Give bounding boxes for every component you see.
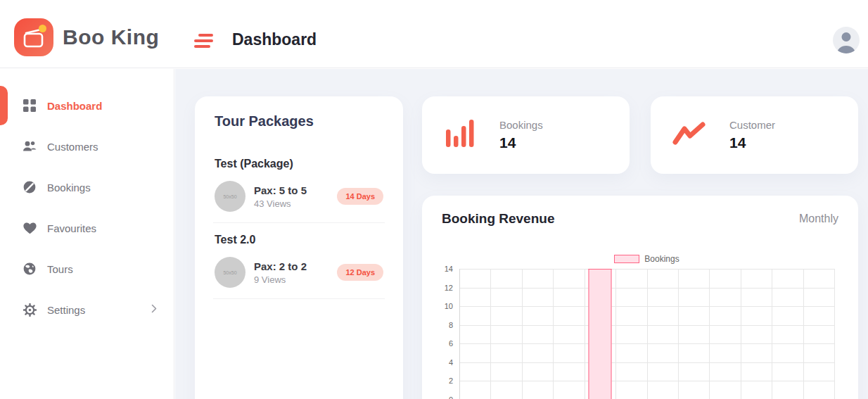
gridline-v — [741, 269, 741, 399]
gridline-v — [678, 269, 679, 399]
chart-period-label: Monthly — [799, 213, 838, 225]
sidebar-item-label: Bookings — [47, 182, 91, 194]
chart-header: Booking Revenue Monthly — [442, 211, 838, 227]
active-indicator — [0, 86, 8, 125]
package-info: Pax: 5 to 5 43 Views — [254, 184, 307, 209]
people-icon — [23, 139, 37, 153]
y-axis-tick-label: 12 — [445, 284, 453, 292]
gridline-v — [709, 269, 710, 399]
tour-package: Test (Package) 50x50 Pax: 5 to 5 43 View… — [215, 158, 383, 223]
menu-toggle-icon[interactable] — [194, 34, 213, 48]
gridline-v — [834, 269, 835, 399]
stat-value: 14 — [499, 134, 543, 151]
logo-accent-dot — [39, 25, 46, 32]
top-header: Boo King Dashboard — [0, 0, 868, 68]
package-name: Test 2.0 — [215, 234, 383, 246]
sidebar-item-settings[interactable]: Settings — [0, 294, 174, 325]
app-window: Boo King Dashboard Dashboard — [0, 0, 868, 399]
page-title: Dashboard — [232, 30, 317, 49]
sidebar-item-label: Customers — [47, 141, 98, 153]
sidebar-item-tours[interactable]: Tours — [0, 253, 174, 284]
bar-chart-plot: 14121086420 — [459, 269, 834, 399]
y-axis-line — [459, 269, 460, 399]
duration-badge: 14 Days — [337, 188, 383, 205]
gridline-v — [772, 269, 772, 399]
stat-value: 14 — [729, 134, 775, 151]
sidebar-item-label: Dashboard — [47, 100, 102, 112]
sidebar-item-bookings[interactable]: Bookings — [0, 172, 174, 203]
package-row[interactable]: 50x50 Pax: 5 to 5 43 Views 14 Days — [215, 181, 383, 212]
chevron-right-icon — [151, 303, 157, 316]
y-axis-tick-label: 2 — [449, 376, 453, 385]
gridline-v — [553, 269, 554, 399]
brand: Boo King — [14, 18, 159, 56]
y-axis-tick-label: 10 — [445, 302, 453, 310]
sidebar-item-dashboard[interactable]: Dashboard — [0, 90, 174, 121]
tour-packages-card: Tour Packages Test (Package) 50x50 Pax: … — [195, 96, 403, 399]
chart-title: Booking Revenue — [442, 211, 554, 227]
duration-badge: 12 Days — [337, 264, 383, 281]
package-name: Test (Package) — [215, 158, 383, 170]
sidebar-nav: Dashboard Customers Bookings — [0, 69, 174, 399]
sidebar-item-label: Settings — [47, 304, 85, 316]
heart-icon — [23, 221, 37, 235]
app-logo-icon — [14, 18, 53, 56]
package-pax: Pax: 5 to 5 — [254, 184, 307, 196]
package-pax: Pax: 2 to 2 — [254, 260, 307, 272]
package-views: 43 Views — [254, 198, 307, 209]
package-thumbnail: 50x50 — [215, 181, 245, 212]
y-axis-tick-label: 4 — [449, 358, 453, 367]
gridline-v — [647, 269, 648, 399]
tour-packages-title: Tour Packages — [215, 113, 383, 129]
gridline-v — [803, 269, 804, 399]
sidebar-item-label: Favourites — [47, 222, 96, 234]
customer-stat-card: Customer 14 — [651, 96, 858, 174]
package-views: 9 Views — [254, 274, 307, 285]
sidebar-item-label: Tours — [47, 263, 73, 275]
globe-icon — [23, 262, 37, 276]
gridline-v — [585, 269, 585, 399]
gridline-v — [490, 269, 491, 399]
y-axis-tick-label: 14 — [445, 265, 453, 273]
divider — [213, 298, 385, 299]
trend-line-icon — [672, 120, 707, 151]
legend-label: Bookings — [644, 254, 679, 264]
slash-circle-icon — [23, 180, 37, 194]
sidebar-item-customers[interactable]: Customers — [0, 131, 174, 162]
divider — [213, 222, 385, 223]
gridline-v — [615, 269, 616, 399]
gear-icon — [23, 303, 37, 317]
sidebar-item-favourites[interactable]: Favourites — [0, 213, 174, 243]
y-axis-tick-label: 8 — [449, 321, 453, 329]
stat-text: Customer 14 — [729, 119, 775, 151]
booking-revenue-card: Booking Revenue Monthly Bookings 1412108… — [422, 196, 858, 399]
bar-chart-icon — [443, 118, 477, 153]
gridline-v — [522, 269, 523, 399]
user-avatar[interactable] — [833, 27, 860, 53]
stat-label: Customer — [729, 119, 775, 131]
legend-swatch — [614, 255, 639, 263]
grid-icon — [23, 99, 37, 113]
package-info: Pax: 2 to 2 9 Views — [254, 260, 307, 285]
stat-label: Bookings — [499, 119, 543, 131]
y-axis-tick-label: 0 — [449, 395, 453, 399]
bookings-stat-card: Bookings 14 — [422, 96, 630, 174]
stat-text: Bookings 14 — [499, 119, 543, 151]
tour-package: Test 2.0 50x50 Pax: 2 to 2 9 Views 12 Da… — [215, 234, 383, 299]
brand-name: Boo King — [63, 25, 159, 49]
package-thumbnail: 50x50 — [215, 257, 245, 288]
chart-legend[interactable]: Bookings — [459, 254, 834, 264]
package-row[interactable]: 50x50 Pax: 2 to 2 9 Views 12 Days — [215, 257, 383, 288]
revenue-bar[interactable] — [588, 269, 611, 399]
y-axis-tick-label: 6 — [449, 339, 453, 348]
main-content: Tour Packages Test (Package) 50x50 Pax: … — [175, 69, 868, 399]
